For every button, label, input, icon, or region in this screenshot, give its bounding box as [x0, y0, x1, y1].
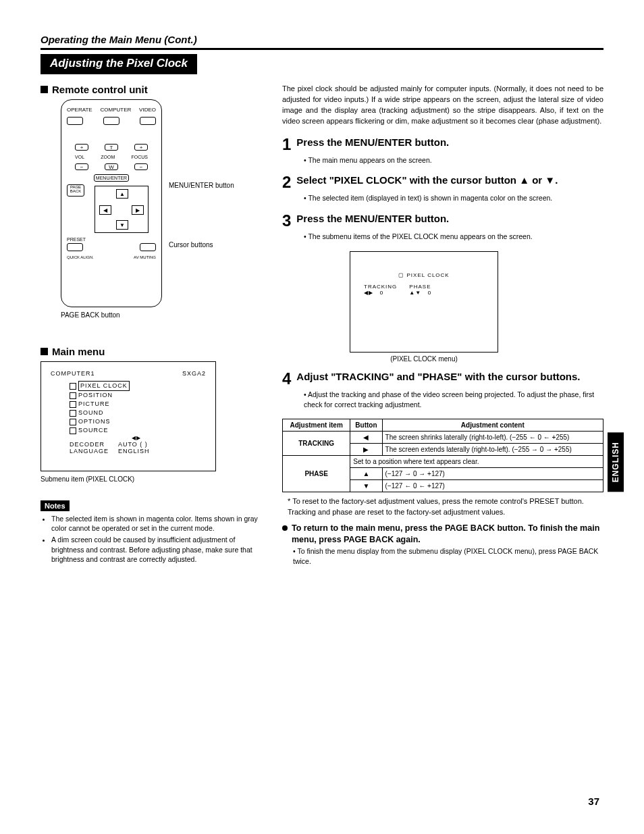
step-1-sub: The main menu appears on the screen.: [282, 155, 603, 165]
section-banner: Adjusting the Pixel Clock: [41, 54, 197, 74]
return-sub: To finish the menu display from the subm…: [282, 546, 603, 566]
cursor-label: Cursor buttons: [169, 241, 213, 249]
page-number: 37: [588, 796, 599, 807]
down-arrow-icon: ▼: [350, 480, 382, 492]
step-1-number: 1: [282, 136, 291, 153]
main-menu-heading: Main menu: [41, 346, 263, 357]
step-3-number: 3: [282, 213, 291, 229]
cursor-dpad: ▲ ◀ ▶ ▼: [95, 186, 149, 233]
right-arrow-icon: ▶: [350, 444, 382, 456]
step-4-number: 4: [282, 371, 291, 387]
menu-caption: Submenu item (PIXEL CLOCK): [41, 475, 263, 483]
menu-enter-button: MENU/ENTER: [94, 174, 129, 182]
horizontal-rule: [41, 48, 603, 50]
main-menu-box: COMPUTER1SXGA2 PIXEL CLOCK POSITION PICT…: [41, 361, 216, 471]
notes-tag: Notes: [41, 500, 70, 511]
step-2-number: 2: [282, 174, 291, 190]
remote-illustration: OPERATECOMPUTERVIDEO +T+ VOLZOOMFOCUS −W…: [61, 99, 162, 307]
pixel-clock-submenu: ▢ PIXEL CLOCK TRACKING◀▶ 0 PHASE▲▼ 0: [350, 251, 498, 353]
return-heading: To return to the main menu, press the PA…: [282, 523, 603, 546]
step-3-sub: The submenu items of the PIXEL CLOCK men…: [282, 232, 603, 242]
page-back-label: PAGE BACK button: [61, 311, 263, 319]
step-4-sub: Adjust the tracking and phase of the vid…: [282, 390, 603, 409]
left-arrow-icon: ◀: [350, 432, 382, 444]
step-4-title: Adjust "TRACKING" and "PHASE" with the c…: [296, 371, 580, 387]
adjustment-table: Adjustment item Button Adjustment conten…: [282, 419, 603, 492]
step-3-title: Press the MENU/ENTER button.: [296, 213, 449, 229]
notes-list: The selected item is shown in magenta co…: [41, 514, 263, 564]
step-2-title: Select "PIXEL CLOCK" with the cursor but…: [296, 174, 558, 190]
submenu-caption: (PIXEL CLOCK menu): [350, 355, 498, 363]
footnote: * To reset to the factory-set adjustment…: [282, 496, 603, 517]
remote-heading: Remote control unit: [41, 84, 263, 95]
intro-paragraph: The pixel clock should be adjusted mainl…: [282, 84, 603, 127]
menu-enter-label: MENU/ENTER button: [169, 182, 243, 189]
page-title: Operating the Main Menu (Cont.): [41, 34, 603, 45]
up-arrow-icon: ▲: [350, 468, 382, 480]
language-tab: ENGLISH: [608, 432, 624, 492]
step-1-title: Press the MENU/ENTER button.: [296, 136, 449, 153]
step-2-sub: The selected item (displayed in text) is…: [282, 193, 603, 203]
